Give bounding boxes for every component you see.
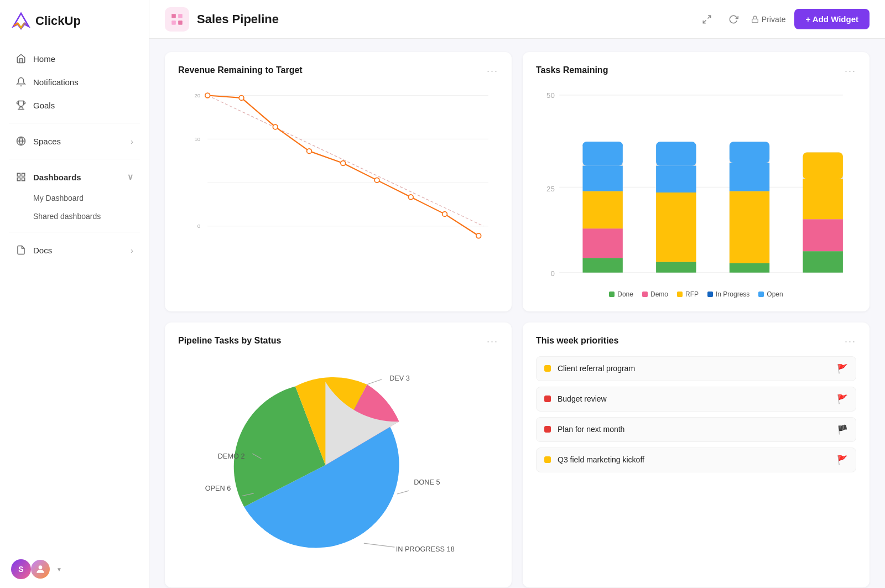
svg-rect-12 (752, 19, 758, 22)
demo-legend-dot (642, 292, 648, 297)
private-badge: Private (751, 15, 786, 24)
priorities-widget: This week priorities ··· Client referral… (523, 322, 870, 587)
svg-rect-49 (730, 263, 769, 273)
open-legend-label: Open (767, 290, 783, 298)
revenue-chart-svg: 20 10 0 (178, 86, 498, 241)
page-title: Sales Pipeline (197, 12, 279, 27)
priority-item-3[interactable]: Q3 field marketing kickoff 🚩 (536, 447, 856, 472)
svg-rect-9 (178, 14, 183, 18)
svg-point-21 (205, 93, 210, 98)
svg-line-20 (207, 96, 483, 226)
svg-rect-45 (656, 192, 696, 262)
sidebar-item-spaces[interactable]: Spaces › (4, 130, 144, 152)
revenue-widget-menu[interactable]: ··· (487, 65, 498, 77)
avatar-initial: S (18, 565, 23, 574)
legend-rfp: RFP (677, 290, 699, 298)
sidebar-item-goals[interactable]: Goals (4, 94, 144, 116)
home-label: Home (33, 54, 55, 64)
spaces-chevron-icon: › (131, 137, 133, 146)
dashboard-grid: Revenue Remaining to Target ··· 20 10 0 (149, 39, 885, 588)
svg-rect-4 (22, 173, 25, 176)
tasks-remaining-widget: Tasks Remaining ··· 50 25 0 (523, 52, 870, 311)
sidebar-item-home[interactable]: Home (4, 48, 144, 70)
priority-flag-0: 🚩 (837, 363, 848, 374)
revenue-widget-title: Revenue Remaining to Target (178, 65, 303, 75)
pie-chart-area: DEV 3 DONE 5 IN PROGRESS 18 OPEN 6 DEMO … (178, 356, 498, 574)
header-left: Sales Pipeline (165, 7, 279, 32)
spaces-label: Spaces (33, 137, 61, 146)
svg-rect-39 (582, 191, 622, 229)
demo-legend-label: Demo (650, 290, 668, 298)
expand-icon (702, 14, 712, 24)
home-icon (15, 53, 27, 64)
priority-label-1: Budget review (558, 394, 607, 403)
pipeline-widget-title: Pipeline Tasks by Status (178, 336, 281, 346)
sidebar-item-notifications[interactable]: Notifications (4, 71, 144, 93)
done-legend-label: Done (617, 290, 633, 298)
sidebar-item-my-dashboard[interactable]: My Dashboard (4, 189, 144, 207)
svg-point-24 (307, 149, 312, 154)
sidebar: ClickUp Home Notifications Goals (0, 0, 149, 588)
priority-dot-3 (544, 456, 551, 463)
page-header: Sales Pipeline Private + Add Widget (149, 0, 885, 39)
priority-dot-0 (544, 365, 551, 372)
avatar[interactable]: S (11, 559, 31, 579)
sidebar-item-docs[interactable]: Docs › (4, 239, 144, 261)
refresh-icon (728, 14, 738, 24)
app-logo[interactable]: ClickUp (0, 0, 149, 42)
svg-line-59 (397, 491, 409, 494)
refresh-button[interactable] (725, 11, 742, 28)
sidebar-item-dashboards[interactable]: Dashboards ∨ (4, 166, 144, 188)
main-content: Sales Pipeline Private + Add Widget Reve… (149, 0, 885, 588)
priority-item-1[interactable]: Budget review 🚩 (536, 387, 856, 412)
priority-label-3: Q3 field marketing kickoff (558, 455, 644, 464)
svg-point-23 (273, 124, 278, 129)
tasks-widget-header: Tasks Remaining ··· (536, 65, 856, 77)
priorities-list: Client referral program 🚩 Budget review … (536, 356, 856, 574)
avatar-photo[interactable] (31, 560, 50, 579)
svg-rect-8 (171, 14, 176, 18)
svg-point-25 (341, 161, 346, 166)
svg-rect-47 (656, 142, 696, 165)
svg-rect-42 (582, 142, 622, 165)
svg-point-22 (239, 96, 244, 101)
priority-left-3: Q3 field marketing kickoff (544, 455, 644, 464)
priorities-widget-menu[interactable]: ··· (845, 336, 856, 347)
pipeline-widget-header: Pipeline Tasks by Status ··· (178, 336, 498, 347)
svg-rect-40 (582, 166, 622, 191)
priority-item-2[interactable]: Plan for next month 🏴 (536, 417, 856, 442)
svg-rect-10 (171, 20, 176, 25)
priority-flag-1: 🚩 (837, 394, 848, 404)
dev-label: DEV 3 (389, 374, 410, 382)
svg-text:50: 50 (546, 91, 555, 100)
expand-button[interactable] (698, 11, 716, 28)
priority-item-0[interactable]: Client referral program 🚩 (536, 356, 856, 381)
svg-text:25: 25 (546, 185, 555, 193)
svg-rect-50 (730, 191, 769, 263)
nav-divider-2 (9, 159, 140, 159)
priority-label-0: Client referral program (558, 364, 635, 373)
clickup-logo-icon (11, 11, 31, 31)
svg-rect-55 (803, 219, 843, 251)
svg-point-29 (476, 233, 481, 238)
sidebar-navigation: Home Notifications Goals Spaces › (0, 42, 149, 550)
svg-rect-3 (17, 173, 20, 176)
open-label: OPEN 6 (205, 484, 231, 492)
lock-icon (751, 15, 759, 23)
tasks-widget-menu[interactable]: ··· (845, 65, 856, 77)
priority-flag-2: 🏴 (837, 424, 848, 435)
grid-icon (170, 12, 184, 27)
dashboards-chevron-icon: ∨ (127, 172, 133, 182)
sidebar-item-shared-dashboards[interactable]: Shared dashboards (4, 207, 144, 225)
add-widget-button[interactable]: + Add Widget (794, 9, 870, 29)
svg-line-60 (364, 543, 395, 547)
revenue-widget: Revenue Remaining to Target ··· 20 10 0 (165, 52, 512, 311)
my-dashboard-label: My Dashboard (33, 194, 84, 202)
legend-in-progress: In Progress (707, 290, 749, 298)
private-label: Private (762, 15, 786, 24)
user-chevron-icon[interactable]: ▼ (56, 566, 62, 573)
notifications-label: Notifications (33, 77, 79, 87)
bell-icon (15, 76, 27, 87)
pipeline-widget-menu[interactable]: ··· (487, 336, 498, 347)
svg-point-28 (442, 212, 447, 217)
